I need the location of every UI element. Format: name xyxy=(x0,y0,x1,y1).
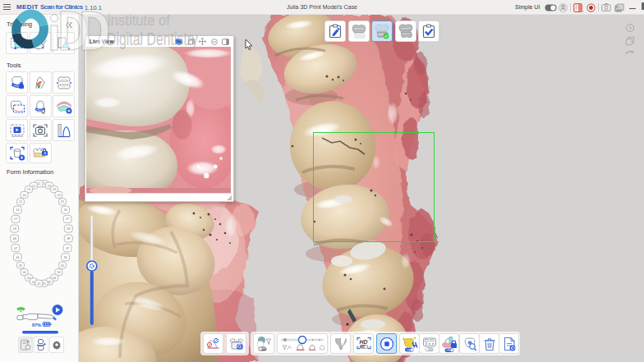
svg-text:17: 17 xyxy=(14,217,18,221)
svg-text:47: 47 xyxy=(14,246,18,250)
svg-text:38: 38 xyxy=(67,236,71,241)
svg-text:13: 13 xyxy=(27,187,31,191)
svg-text:24: 24 xyxy=(57,193,61,197)
svg-text:44: 44 xyxy=(22,270,26,274)
svg-text:31: 31 xyxy=(42,282,46,286)
svg-text:18: 18 xyxy=(12,227,16,231)
svg-text:OFF: OFF xyxy=(428,348,435,351)
svg-text:35: 35 xyxy=(61,263,65,268)
svg-text:33: 33 xyxy=(53,276,57,280)
svg-text:46: 46 xyxy=(16,255,20,259)
svg-text:16: 16 xyxy=(16,208,20,212)
svg-text:36: 36 xyxy=(63,255,67,259)
svg-text:45: 45 xyxy=(19,263,23,268)
svg-text:34: 34 xyxy=(57,270,61,274)
svg-text:HD: HD xyxy=(359,339,367,345)
svg-text:14: 14 xyxy=(22,193,26,197)
svg-text:26: 26 xyxy=(63,208,67,212)
svg-text:ON: ON xyxy=(446,349,451,352)
svg-text:28: 28 xyxy=(67,227,71,231)
svg-text:48: 48 xyxy=(12,236,16,241)
svg-text:23: 23 xyxy=(53,187,57,191)
svg-text:ON: ON xyxy=(406,348,411,351)
svg-text:37: 37 xyxy=(66,246,70,250)
svg-text:87%: 87% xyxy=(32,323,41,328)
svg-text:41: 41 xyxy=(37,282,41,286)
svg-text:27: 27 xyxy=(66,217,70,221)
svg-text:15: 15 xyxy=(19,199,23,204)
svg-text:25: 25 xyxy=(61,199,65,204)
svg-text:32: 32 xyxy=(48,280,52,284)
